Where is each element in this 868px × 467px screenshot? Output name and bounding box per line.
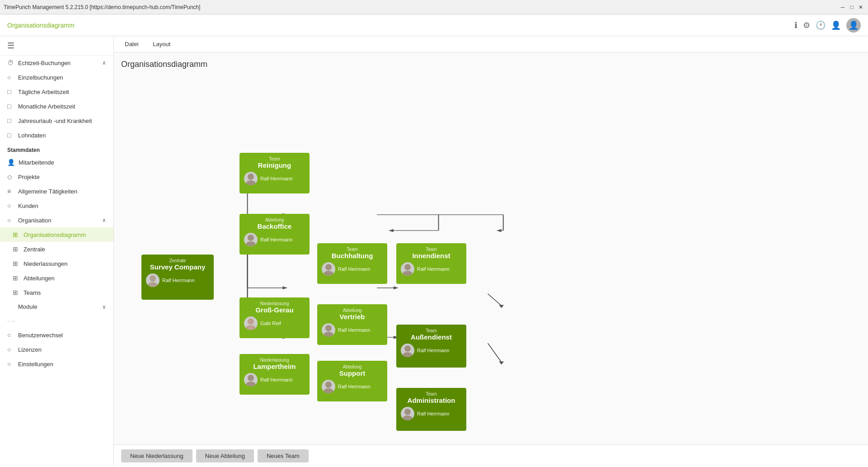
sidebar-item-label: Zentrale — [23, 246, 45, 253]
sidebar-item-abteilungen[interactable]: ⊞ Abteilungen — [0, 271, 113, 285]
svg-point-40 — [246, 325, 256, 330]
org-node-administration[interactable]: Team Administration Ralf Herrmann — [396, 388, 466, 431]
org-node-name: Backoffice — [244, 222, 305, 230]
sidebar-item-kunden[interactable]: ○ Kunden — [0, 198, 113, 213]
info-icon[interactable]: ℹ — [794, 20, 798, 30]
org-node-type: Niederlassung — [244, 301, 305, 306]
neue-abteilung-button[interactable]: Neue Abteilung — [196, 449, 254, 462]
titlebar-title: TimePunch Management 5.2.215.0 [https://… — [4, 4, 200, 10]
benutzerwechsel-icon: ○ — [7, 331, 14, 339]
svg-point-39 — [248, 318, 254, 325]
projekte-icon: ◇ — [7, 173, 14, 180]
taeglich-icon: □ — [7, 88, 14, 95]
avatar-vertrieb — [322, 323, 335, 337]
org-node-innendienst[interactable]: Team Innendienst Ralf Herrmann — [396, 243, 466, 284]
person-name-innendienst: Ralf Herrmann — [417, 266, 450, 272]
svg-point-43 — [404, 345, 411, 352]
org-node-vertrieb[interactable]: Abteilung Vertrieb Ralf Herrmann — [317, 304, 387, 345]
svg-point-35 — [325, 264, 332, 270]
sidebar-item-lohn[interactable]: □ Lohndaten — [0, 128, 113, 142]
sidebar-item-lizenzen[interactable]: ○ Lizenzen — [0, 342, 113, 357]
expand-icon: ∧ — [102, 60, 106, 66]
sidebar-item-taetigkeiten[interactable]: ≡ Allgemeine Tätigkeiten — [0, 184, 113, 198]
org-node-type: Niederlassung — [244, 358, 305, 363]
history-icon[interactable]: 🕐 — [816, 20, 826, 30]
filter-icon[interactable]: ⚙ — [803, 20, 810, 30]
org-node-person: Gabi Reif — [244, 316, 305, 330]
person-name-reinigung: Ralf Herrmann — [260, 176, 293, 181]
sidebar-item-mitarbeitende[interactable]: 👤 Mitarbeitende — [0, 155, 113, 170]
svg-marker-16 — [389, 229, 394, 232]
person-name-grossgerau: Gabi Reif — [260, 321, 281, 326]
org-node-name: Vertrieb — [322, 313, 383, 321]
sidebar-item-niederlassungen[interactable]: ⊞ Niederlassungen — [0, 256, 113, 271]
sidebar-item-echtzeit[interactable]: ⏱ Echtzeit-Buchungen ∧ — [0, 56, 113, 70]
org-node-zentrale[interactable]: Zentrale Survey Company Ralf Herrmann — [141, 255, 214, 300]
org-node-support[interactable]: Abteilung Support Ralf Herrmann — [317, 361, 387, 401]
titlebar-controls: ─ □ ✕ — [839, 4, 864, 11]
menubar-layout[interactable]: Layout — [149, 38, 174, 50]
org-node-backoffice[interactable]: Abteilung Backoffice Ralf Herrmann — [239, 214, 310, 255]
org-node-reinigung[interactable]: Team Reinigung Ralf Herrmann — [239, 153, 310, 193]
sidebar-item-label: Teams — [23, 289, 41, 296]
org-node-grossgerau[interactable]: Niederlassung Groß-Gerau Gabi Reif — [239, 297, 310, 338]
svg-point-29 — [150, 275, 156, 282]
close-button[interactable]: ✕ — [857, 4, 864, 11]
org-node-buchhaltung[interactable]: Team Buchhaltung Ralf Herrmann — [317, 243, 387, 284]
svg-marker-20 — [497, 229, 502, 232]
breadcrumb[interactable]: Organisationsdiagramm — [7, 22, 75, 29]
neues-team-button[interactable]: Neues Team — [258, 449, 309, 462]
avatar[interactable]: 👤 — [846, 18, 861, 33]
zentrale-icon: ⊞ — [13, 245, 20, 253]
svg-point-33 — [248, 235, 254, 241]
sidebar-item-einstellungen[interactable]: ○ Einstellungen — [0, 357, 113, 371]
sidebar: ☰ ⏱ Echtzeit-Buchungen ∧ ○ Einzelbuchung… — [0, 36, 114, 467]
avatar-aussendienst — [401, 344, 414, 357]
sidebar-item-organisation[interactable]: ○ Organisation ∧ — [0, 213, 113, 227]
avatar-grossgerau — [244, 316, 258, 330]
sidebar-item-orgdiagramm[interactable]: ⊞ Organisationsdiagramm — [0, 227, 113, 242]
maximize-button[interactable]: □ — [848, 4, 855, 11]
sidebar-item-label: Tägliche Arbeitszeit — [18, 89, 69, 95]
sidebar-item-teams[interactable]: ⊞ Teams — [0, 285, 113, 300]
sidebar-item-label: Organisation — [18, 217, 52, 224]
org-node-type: Abteilung — [322, 364, 383, 369]
mitarbeitende-icon: 👤 — [7, 159, 15, 166]
sidebar-item-module[interactable]: Module ∨ — [0, 300, 113, 314]
sidebar-item-zentrale[interactable]: ⊞ Zentrale — [0, 242, 113, 256]
lohn-icon: □ — [7, 132, 14, 139]
svg-line-23 — [488, 294, 502, 306]
sidebar-item-projekte[interactable]: ◇ Projekte — [0, 170, 113, 184]
org-node-person: Ralf Herrmann — [146, 274, 209, 287]
sidebar-item-label: Echtzeit-Buchungen — [18, 60, 70, 66]
sidebar-item-label: Module — [18, 303, 38, 310]
svg-point-45 — [248, 375, 254, 381]
sidebar-item-taeglich[interactable]: □ Tägliche Arbeitszeit — [0, 85, 113, 99]
account-icon[interactable]: 👤 — [831, 20, 841, 30]
org-node-lampertheim[interactable]: Niederlassung Lampertheim Ralf Herrmann — [239, 354, 310, 395]
person-name-administration: Ralf Herrmann — [417, 411, 450, 416]
sidebar-item-jahres[interactable]: □ Jahresurlaub -und Krankheit — [0, 113, 113, 128]
sidebar-item-benutzerwechsel[interactable]: ○ Benutzerwechsel — [0, 328, 113, 342]
organisation-expand-icon: ∧ — [102, 217, 106, 223]
org-node-aussendienst[interactable]: Team Außendienst Ralf Herrmann — [396, 325, 466, 368]
org-node-name: Buchhaltung — [322, 252, 383, 259]
lizenzen-icon: ○ — [7, 346, 14, 353]
sidebar-item-monatlich[interactable]: □ Monatliche Arbeitszeit — [0, 99, 113, 113]
sidebar-item-label: Allgemeine Tätigkeiten — [18, 188, 77, 195]
org-node-type: Team — [401, 328, 462, 333]
menubar-datei[interactable]: Datei — [121, 38, 142, 50]
sidebar-menu-button[interactable]: ☰ — [0, 36, 113, 56]
org-node-name: Groß-Gerau — [244, 306, 305, 314]
avatar-zentrale — [146, 274, 160, 287]
org-node-type: Team — [322, 247, 383, 252]
minimize-button[interactable]: ─ — [839, 4, 846, 11]
niederlassungen-icon: ⊞ — [13, 260, 20, 267]
svg-point-30 — [148, 282, 158, 287]
avatar-buchhaltung — [322, 262, 335, 276]
neue-niederlassung-button[interactable]: Neue Niederlassung — [121, 449, 192, 462]
svg-line-27 — [488, 343, 502, 362]
organisation-icon: ○ — [7, 217, 14, 224]
sidebar-item-einzel[interactable]: ○ Einzelbuchungen — [0, 70, 113, 85]
org-node-person: Ralf Herrmann — [322, 262, 383, 276]
